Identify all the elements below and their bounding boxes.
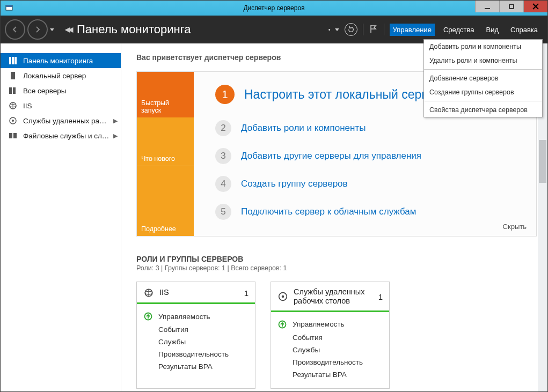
iis-icon [8,101,18,110]
sidebar-item-all-servers[interactable]: Все серверы [1,83,121,98]
dropdown-add-roles[interactable]: Добавить роли и компоненты [424,40,542,54]
toolbar-separator [363,24,363,35]
role-tile-count: 1 [244,289,249,298]
step-link: Добавить роли и компоненты [241,123,366,134]
svg-rect-6 [14,57,17,64]
role-row-label: Результаты BPA [158,363,213,371]
tile-quick-start[interactable]: Быстрый запуск [137,72,194,117]
step-number: 2 [215,120,231,136]
svg-rect-5 [12,57,14,64]
step-create-group[interactable]: 4 Создать группу серверов [215,176,523,192]
step-connect-cloud[interactable]: 5 Подключить сервер к облачным службам [215,204,523,220]
role-row-label: Службы [293,346,320,354]
role-row-services[interactable]: Службы [277,344,383,356]
role-tile-head: IIS 1 [137,282,255,304]
sidebar-item-label: IIS [23,102,32,110]
role-row-events[interactable]: События [277,331,383,344]
role-row-label: Управляемость [158,313,210,321]
menu-tools[interactable]: Средства [440,24,478,36]
sidebar-item-local-server[interactable]: Локальный сервер [1,68,121,83]
step-add-servers[interactable]: 3 Добавить другие серверы для управления [215,148,523,164]
step-link: Подключить сервер к облачным службам [241,206,416,217]
step-number: 1 [215,85,235,104]
menu-view[interactable]: Вид [483,24,502,36]
page-title: Панель мониторинга [77,23,191,36]
svg-rect-16 [13,133,17,138]
tile-whats-new[interactable]: Что нового [137,117,194,166]
step-number: 4 [215,176,231,192]
role-tile-body: Управляемость События Службы Производите… [137,304,255,380]
breadcrumb-back-icon[interactable]: ◀◀ [65,26,71,33]
dropdown-create-group[interactable]: Создание группы серверов [424,85,542,99]
role-tile-count: 1 [378,292,383,301]
role-row-services[interactable]: Службы [143,336,249,348]
role-row-label: Управляемость [293,320,345,328]
sidebar-item-label: Службы удаленных ра… [23,117,107,125]
role-row-performance[interactable]: Производительность [277,356,383,368]
manage-dropdown: Добавить роли и компоненты Удалить роли … [423,39,543,117]
titlebar: Диспетчер серверов [1,1,547,16]
arrow-up-icon [143,312,153,321]
role-row-label: Производительность [293,358,363,366]
nav-forward-button[interactable] [27,19,48,40]
role-row-label: Производительность [158,350,229,358]
close-button[interactable] [523,1,547,12]
nav-back-button[interactable] [5,19,25,40]
scrollbar-thumb[interactable] [539,140,546,183]
role-tile-iis[interactable]: IIS 1 Управляемость События Службы Произ… [136,282,255,389]
iis-icon [143,287,154,298]
role-tile-title: Службы удаленных рабочих столов [294,287,378,306]
refresh-button[interactable] [345,23,357,36]
tile-learn-more[interactable]: Подробнее [137,166,194,236]
dropdown-remove-roles[interactable]: Удалить роли и компоненты [424,54,542,68]
role-row-bpa[interactable]: Результаты BPA [143,360,249,373]
role-row-manageability[interactable]: Управляемость [277,317,383,331]
arrow-up-icon [277,320,287,329]
flag-icon[interactable] [369,24,378,35]
rds-icon [8,116,18,125]
sidebar: Панель мониторинга Локальный сервер Все … [1,43,121,391]
hide-link[interactable]: Скрыть [503,223,527,231]
svg-rect-7 [11,72,15,79]
window-title: Диспетчер серверов [1,4,547,12]
dropdown-icon[interactable] [335,28,339,31]
minimize-button[interactable] [475,1,499,12]
role-tile-body: Управляемость События Службы Производите… [271,312,389,388]
files-icon [8,131,18,140]
step-number: 3 [215,148,231,164]
step-add-roles[interactable]: 2 Добавить роли и компоненты [215,120,523,136]
role-tile-rds[interactable]: Службы удаленных рабочих столов 1 Управл… [271,282,390,389]
dashboard-icon [8,56,18,65]
sidebar-item-label: Все серверы [23,87,67,95]
window: Диспетчер серверов ◀◀ Панель мониторинга… [0,0,548,392]
server-icon [8,71,18,80]
roles-subheading: Роли: 3 | Группы серверов: 1 | Всего сер… [136,264,537,272]
role-row-manageability[interactable]: Управляемость [143,309,249,323]
rds-icon [277,291,288,302]
roles-heading: РОЛИ И ГРУППЫ СЕРВЕРОВ [136,255,537,263]
menu-help[interactable]: Справка [507,24,541,36]
menu-manage[interactable]: Управление [390,24,435,36]
role-row-label: Службы [158,338,186,346]
role-row-bpa[interactable]: Результаты BPA [277,368,383,381]
role-tiles-row: IIS 1 Управляемость События Службы Произ… [136,282,537,389]
role-row-label: События [158,326,188,334]
step-link: Настроить этот локальный сервер [244,87,442,102]
sidebar-item-iis[interactable]: IIS [1,98,121,113]
chevron-right-icon: ▶ [113,132,118,139]
svg-rect-15 [9,133,12,138]
sidebar-item-dashboard[interactable]: Панель мониторинга [1,53,121,68]
sidebar-item-rds[interactable]: Службы удаленных ра… ▶ [1,113,121,128]
role-row-events[interactable]: События [143,323,249,336]
sidebar-item-file-services[interactable]: Файловые службы и сл… ▶ [1,128,121,143]
role-row-performance[interactable]: Производительность [143,348,249,360]
svg-point-14 [12,120,14,122]
step-number: 5 [215,204,231,220]
dropdown-add-servers[interactable]: Добавление серверов [424,71,542,85]
maximize-button[interactable] [499,1,523,12]
window-controls [475,1,547,12]
nav-history-dropdown-icon[interactable] [50,28,54,31]
svg-rect-4 [9,57,11,64]
sidebar-item-label: Локальный сервер [23,72,86,80]
dropdown-properties[interactable]: Свойства диспетчера серверов [424,103,542,117]
